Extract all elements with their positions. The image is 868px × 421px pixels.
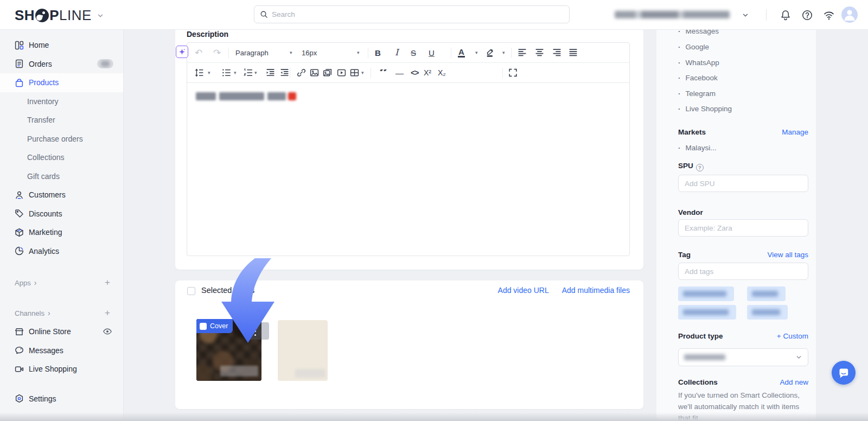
- sidebar-item-online-store[interactable]: Online Store: [0, 322, 123, 341]
- channel-item-whatsapp[interactable]: WhatsApp: [678, 58, 808, 67]
- underline-icon[interactable]: [429, 49, 435, 57]
- chevron-down-icon[interactable]: [208, 71, 210, 75]
- add-app-button[interactable]: [105, 277, 110, 288]
- visibility-eye-icon[interactable]: [103, 327, 112, 336]
- editor-content-area[interactable]: [187, 83, 629, 257]
- cover-label: Cover: [210, 322, 228, 330]
- vendor-input[interactable]: [678, 219, 808, 237]
- markets-label: Markets: [678, 128, 706, 136]
- sidebar-item-gift-cards[interactable]: Gift cards: [0, 167, 123, 186]
- spu-input[interactable]: [678, 175, 808, 192]
- help-icon[interactable]: [801, 9, 813, 21]
- sidebar-item-purchase-orders[interactable]: Purchase orders: [0, 130, 123, 149]
- channel-item-google[interactable]: Google: [678, 42, 808, 52]
- outdent-icon[interactable]: [280, 68, 289, 78]
- manage-markets-link[interactable]: Manage: [782, 128, 808, 136]
- bold-icon[interactable]: [375, 49, 381, 57]
- sidebar-item-inventory[interactable]: Inventory: [0, 92, 123, 111]
- account-chevron-down-icon[interactable]: [742, 11, 749, 19]
- insert-video-icon[interactable]: [337, 68, 346, 78]
- italic-icon[interactable]: [395, 48, 398, 57]
- chevron-down-icon[interactable]: [234, 71, 237, 75]
- align-right-icon[interactable]: [552, 48, 561, 58]
- add-channel-button[interactable]: [105, 308, 110, 318]
- chevron-down-icon[interactable]: [361, 71, 364, 75]
- tag-chip-blurred[interactable]: [747, 286, 786, 301]
- chevron-down-icon[interactable]: [502, 50, 505, 55]
- sidebar-item-collections[interactable]: Collections: [0, 148, 123, 167]
- sidebar-section-apps[interactable]: Apps: [0, 273, 123, 292]
- channel-item-facebook[interactable]: Facebook: [678, 73, 808, 82]
- channel-item-telegram[interactable]: Telegram: [678, 88, 808, 98]
- product-type-select[interactable]: [678, 348, 808, 366]
- add-video-url-link[interactable]: Add video URL: [498, 286, 549, 295]
- account-name-blurred[interactable]: [615, 11, 730, 18]
- font-size-dropdown[interactable]: 16px: [302, 49, 317, 56]
- fullscreen-icon[interactable]: [508, 68, 518, 78]
- product-image-2[interactable]: [278, 320, 328, 381]
- sidebar-item-orders[interactable]: Orders: [0, 55, 123, 74]
- tag-chip-blurred[interactable]: [678, 286, 734, 301]
- select-all-media-checkbox[interactable]: [187, 287, 195, 295]
- subscript-icon[interactable]: [438, 69, 446, 76]
- sidebar-item-home[interactable]: Home: [0, 36, 123, 55]
- insert-link-icon[interactable]: [297, 68, 306, 78]
- insert-table-icon[interactable]: [350, 68, 359, 78]
- spu-label: SPU: [678, 162, 693, 170]
- support-chat-button[interactable]: [832, 361, 856, 385]
- insert-gallery-icon[interactable]: [323, 68, 333, 78]
- bullet-list-icon[interactable]: [222, 68, 231, 78]
- sidebar-item-discounts[interactable]: Discounts: [0, 205, 123, 224]
- cover-checkbox[interactable]: [200, 323, 207, 330]
- global-search[interactable]: [254, 5, 570, 23]
- sidebar-item-messages[interactable]: Messages: [0, 341, 123, 360]
- blockquote-icon[interactable]: [379, 69, 388, 76]
- sidebar-item-live-shopping[interactable]: Live Shopping: [0, 360, 123, 379]
- align-center-icon[interactable]: [535, 48, 544, 58]
- paragraph-style-dropdown[interactable]: Paragraph: [235, 49, 269, 56]
- align-left-icon[interactable]: [518, 48, 527, 58]
- sidebar-item-settings[interactable]: Settings: [0, 390, 123, 409]
- superscript-icon[interactable]: [424, 69, 431, 76]
- user-avatar[interactable]: [841, 7, 858, 23]
- add-custom-type-link[interactable]: + Custom: [777, 332, 808, 340]
- home-icon: [15, 41, 24, 50]
- add-new-collection-link[interactable]: Add new: [780, 378, 808, 386]
- undo-icon[interactable]: [195, 48, 202, 58]
- sidebar-item-analytics[interactable]: Analytics: [0, 242, 123, 261]
- sidebar-item-marketing[interactable]: Marketing: [0, 223, 123, 242]
- highlight-color-icon[interactable]: [485, 48, 494, 58]
- code-icon[interactable]: [411, 69, 418, 76]
- view-all-tags-link[interactable]: View all tags: [767, 251, 808, 259]
- tag-chip-blurred[interactable]: [747, 305, 788, 320]
- drag-handle-icon[interactable]: [245, 322, 261, 340]
- redo-icon[interactable]: [213, 48, 221, 58]
- ai-assistant-button[interactable]: [176, 46, 188, 58]
- line-height-icon[interactable]: [195, 68, 204, 78]
- horizontal-rule-icon[interactable]: [395, 69, 404, 77]
- chevron-down-icon[interactable]: [475, 50, 478, 55]
- align-justify-icon[interactable]: [569, 48, 578, 58]
- indent-icon[interactable]: [266, 68, 275, 78]
- sidebar-item-transfer[interactable]: Transfer: [0, 111, 123, 130]
- chevron-down-icon[interactable]: [290, 50, 292, 55]
- chevron-down-icon[interactable]: [357, 50, 360, 55]
- chevron-down-icon[interactable]: [254, 71, 257, 75]
- strikethrough-icon[interactable]: [411, 49, 416, 57]
- add-multimedia-files-link[interactable]: Add multimedia files: [562, 286, 630, 295]
- shopline-logo[interactable]: SHPLINE: [15, 7, 104, 24]
- channel-item-messages[interactable]: Messages: [678, 30, 808, 36]
- sidebar-section-channels[interactable]: Channels: [0, 304, 123, 322]
- numbered-list-icon[interactable]: [244, 68, 253, 78]
- tag-chip-blurred[interactable]: [678, 305, 736, 320]
- notifications-bell-icon[interactable]: [780, 9, 792, 21]
- channel-item-live-shopping[interactable]: Live Shopping: [678, 104, 808, 113]
- spu-help-icon[interactable]: [696, 164, 704, 171]
- insert-image-icon[interactable]: [310, 68, 319, 78]
- tag-input[interactable]: [678, 263, 808, 280]
- sidebar-item-customers[interactable]: Customers: [0, 186, 123, 205]
- text-color-icon[interactable]: [458, 48, 465, 58]
- network-wifi-icon[interactable]: [823, 9, 835, 21]
- search-input[interactable]: [272, 10, 564, 18]
- sidebar-item-products[interactable]: Products: [0, 73, 123, 92]
